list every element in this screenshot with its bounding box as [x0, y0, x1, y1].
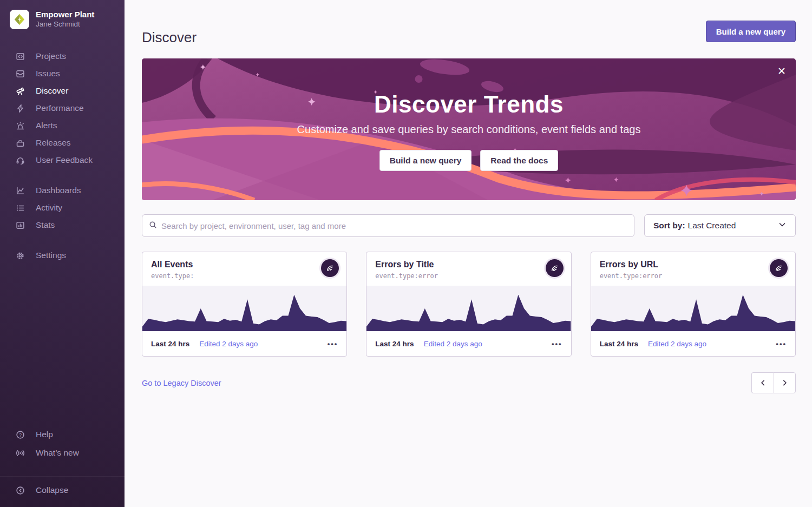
sidebar-item-label: Stats	[36, 219, 55, 231]
card-edited: Edited 2 days ago	[648, 340, 706, 348]
sidebar-item-label: Performance	[36, 102, 84, 114]
banner-title: Discover Trends	[142, 91, 796, 118]
sort-dropdown[interactable]: Sort by: Last Created	[644, 214, 796, 237]
sidebar-item-label: Discover	[36, 85, 68, 97]
releases-icon	[15, 138, 25, 148]
legacy-discover-link[interactable]: Go to Legacy Discover	[142, 379, 221, 387]
sidebar-item-label: Dashboards	[36, 185, 81, 196]
sort-label: Sort by:	[653, 221, 685, 231]
pagination	[751, 372, 796, 393]
discover-icon	[15, 86, 25, 96]
sidebar-item-label: Help	[36, 429, 53, 440]
card-title: Errors by URL	[600, 260, 787, 269]
collapse-icon	[15, 485, 25, 495]
performance-icon	[15, 103, 25, 113]
org-switcher[interactable]: Empower Plant Jane Schmidt	[0, 10, 125, 29]
build-new-query-button[interactable]: Build a new query	[706, 21, 796, 42]
sidebar-item-settings[interactable]: Settings	[0, 247, 125, 264]
search-icon	[149, 221, 157, 231]
sidebar-item-releases[interactable]: Releases	[0, 134, 125, 152]
card-timeframe: Last 24 hrs	[151, 340, 189, 348]
banner-build-query-button[interactable]: Build a new query	[379, 150, 472, 171]
previous-page-button[interactable]	[751, 372, 774, 393]
dashboards-icon	[15, 186, 25, 195]
issues-icon	[15, 69, 25, 78]
sidebar-item-label: Issues	[36, 68, 60, 80]
search-box[interactable]	[142, 214, 634, 237]
page-title: Discover	[142, 0, 796, 46]
sidebar-item-label: Releases	[36, 137, 71, 149]
card-edited: Edited 2 days ago	[424, 340, 482, 348]
sentry-avatar-icon	[770, 259, 788, 277]
sidebar-item-label: User Feedback	[36, 154, 93, 166]
more-menu-icon[interactable]: •••	[328, 340, 338, 348]
sidebar-item-discover[interactable]: Discover	[0, 82, 125, 100]
sidebar-item-stats[interactable]: Stats	[0, 216, 125, 234]
sidebar-nav: Projects Issues Discover	[0, 48, 125, 425]
org-name: Empower Plant	[36, 10, 94, 20]
stats-icon	[15, 220, 25, 230]
card-sparkline-chart	[591, 286, 795, 331]
discover-trends-banner: ✕ Discover Trends Customize and save que…	[142, 58, 796, 200]
card-query: event.type:error	[375, 272, 562, 280]
sidebar: Empower Plant Jane Schmidt Projects Issu…	[0, 0, 125, 507]
saved-queries-grid: All Events event.type: Last 24 hrs Edite…	[142, 252, 796, 357]
sort-value: Last Created	[688, 221, 736, 231]
card-timeframe: Last 24 hrs	[600, 340, 638, 348]
query-card-all-events[interactable]: All Events event.type: Last 24 hrs Edite…	[142, 252, 347, 357]
more-menu-icon[interactable]: •••	[552, 340, 562, 348]
sidebar-item-dashboards[interactable]: Dashboards	[0, 182, 125, 199]
card-sparkline-chart	[366, 286, 571, 331]
banner-subtitle: Customize and save queries by search con…	[142, 123, 796, 136]
card-title: All Events	[151, 260, 338, 269]
query-card-errors-by-title[interactable]: Errors by Title event.type:error Last 24…	[366, 252, 571, 357]
svg-text:?: ?	[18, 432, 21, 437]
close-icon[interactable]: ✕	[777, 66, 786, 76]
sidebar-item-label: Alerts	[36, 120, 57, 131]
sidebar-item-alerts[interactable]: Alerts	[0, 117, 125, 134]
card-sparkline-chart	[142, 286, 346, 331]
settings-icon	[15, 251, 25, 260]
projects-icon	[15, 51, 25, 61]
sentry-avatar-icon	[546, 259, 564, 277]
chevron-down-icon	[778, 220, 787, 231]
sidebar-item-activity[interactable]: Activity	[0, 199, 125, 216]
org-logo-icon	[10, 10, 29, 29]
main-content: Build a new query Discover	[125, 0, 812, 507]
sidebar-footer: ? Help What’s new Collapse	[0, 425, 125, 507]
sidebar-item-label: Projects	[36, 50, 66, 62]
sidebar-item-performance[interactable]: Performance	[0, 100, 125, 117]
banner-read-docs-button[interactable]: Read the docs	[480, 150, 558, 171]
org-user: Jane Schmidt	[36, 20, 94, 29]
user-feedback-icon	[15, 155, 25, 165]
card-query: event.type:error	[600, 272, 787, 280]
sidebar-item-label: What’s new	[36, 447, 79, 459]
activity-icon	[15, 203, 25, 213]
sidebar-item-label: Settings	[36, 249, 66, 261]
card-edited: Edited 2 days ago	[199, 340, 258, 348]
search-input[interactable]	[161, 221, 627, 231]
help-icon: ?	[15, 430, 25, 439]
sidebar-item-whats-new[interactable]: What’s new	[0, 444, 125, 462]
sidebar-collapse-button[interactable]: Collapse	[0, 481, 125, 499]
sidebar-item-user-feedback[interactable]: User Feedback	[0, 152, 125, 169]
query-card-errors-by-url[interactable]: Errors by URL event.type:error Last 24 h…	[591, 252, 796, 357]
sidebar-item-issues[interactable]: Issues	[0, 65, 125, 82]
card-query: event.type:	[151, 272, 338, 280]
more-menu-icon[interactable]: •••	[776, 340, 787, 348]
card-timeframe: Last 24 hrs	[375, 340, 414, 348]
sidebar-item-projects[interactable]: Projects	[0, 48, 125, 65]
sidebar-item-label: Collapse	[36, 484, 68, 496]
next-page-button[interactable]	[774, 372, 796, 393]
sidebar-item-help[interactable]: ? Help	[0, 425, 125, 444]
toolbar: Sort by: Last Created	[142, 214, 796, 237]
card-title: Errors by Title	[375, 260, 562, 269]
alerts-icon	[15, 121, 25, 130]
sidebar-item-label: Activity	[36, 202, 62, 214]
broadcast-icon	[15, 448, 25, 458]
